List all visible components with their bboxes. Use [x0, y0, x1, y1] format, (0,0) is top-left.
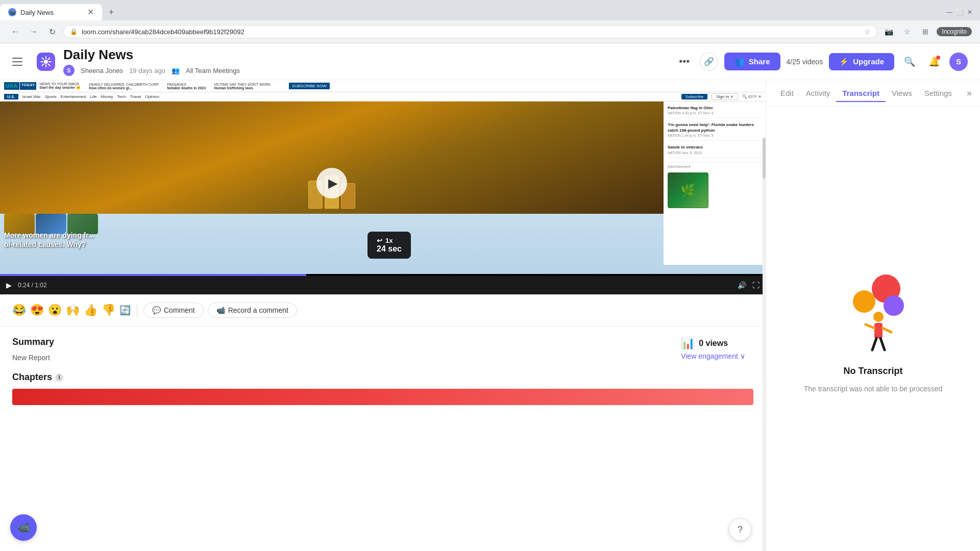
minimize-button[interactable]: — [945, 8, 953, 16]
tab-title: Daily News [20, 9, 54, 16]
tab-settings[interactable]: Settings [918, 85, 958, 102]
screenshot-icon[interactable]: 📷 [881, 24, 896, 39]
view-engagement-button[interactable]: View engagement ∨ [681, 352, 745, 360]
svg-rect-13 [874, 323, 883, 338]
svg-point-11 [884, 295, 904, 316]
record-comment-button[interactable]: 📹 Record a comment [208, 303, 297, 318]
video-player-wrapper: USA TODAY NEWS TO YOUR INBOXStart the da… [0, 80, 766, 294]
tab-edit[interactable]: Edit [774, 85, 800, 102]
panel-tabs: Edit Activity Transcript Views Settings … [766, 80, 980, 107]
tab-menu-icon[interactable]: ⊞ [918, 24, 933, 39]
app-container: Daily News S Sheena Jones 19 days ago 👥 … [0, 43, 980, 551]
reaction-laugh[interactable]: 😂 [12, 304, 26, 317]
star-icon[interactable]: ☆ [900, 24, 914, 39]
maximize-button[interactable]: ⬜ [955, 8, 964, 16]
summary-section: Summary New Report [0, 327, 681, 372]
chapters-info-icon[interactable]: ℹ [55, 373, 63, 382]
reaction-custom[interactable]: 🔄 [119, 305, 131, 316]
url-text: loom.com/share/49cab284dceb409abbeef9b19… [82, 28, 860, 36]
comment-button[interactable]: 💬 Comment [143, 303, 204, 318]
scrollbar-thumb[interactable] [763, 138, 766, 179]
new-tab-button[interactable]: + [104, 5, 118, 19]
news-nav-bar: U.S. Israel War Sports Entertainment Lif… [0, 92, 766, 102]
search-button[interactable]: 🔍 [900, 53, 919, 71]
volume-button[interactable]: 🔊 [738, 281, 746, 289]
side-news-3: Salute to veterans NATION Nov. 6, 2023 [668, 145, 762, 158]
header-actions: ••• 🔗 👥 Share 4/25 videos ⚡ Upgrade 🔍 🔔 … [675, 53, 968, 71]
more-options-button[interactable]: ••• [675, 53, 694, 71]
loom-camera-button[interactable]: 📹 [10, 514, 37, 541]
upgrade-button[interactable]: ⚡ Upgrade [829, 53, 894, 70]
share-button[interactable]: 👥 Share [724, 53, 780, 70]
author-avatar: S [63, 65, 75, 76]
reaction-love[interactable]: 😍 [30, 304, 44, 317]
active-tab[interactable]: 🎬 Daily News ✕ [0, 4, 102, 20]
summary-views-row: Summary New Report 📊 0 views View engage… [0, 327, 766, 372]
address-bar: ← → ↻ 🔒 loom.com/share/49cab284dceb409ab… [0, 20, 980, 43]
fullscreen-button[interactable]: ⛶ [752, 281, 760, 289]
speed-value: 1x [385, 237, 393, 244]
tab-favicon: 🎬 [8, 8, 16, 16]
panel-content: No Transcript The transcript was not abl… [766, 107, 980, 551]
team-icon: 👥 [172, 67, 180, 74]
summary-text: New Report [12, 354, 669, 362]
browser-chrome: 🎬 Daily News ✕ + — ⬜ ✕ ← → ↻ 🔒 loom.com/… [0, 0, 980, 43]
forward-button[interactable]: → [27, 24, 41, 39]
svg-line-14 [866, 324, 874, 328]
reaction-thumbsup[interactable]: 👍 [84, 304, 97, 317]
tab-close-button[interactable]: ✕ [87, 8, 94, 16]
play-icon: ▶ [328, 176, 337, 190]
refresh-button[interactable]: ↻ [45, 24, 59, 39]
video-player[interactable]: USA TODAY NEWS TO YOUR INBOXStart the da… [0, 80, 766, 274]
time-ago: 19 days ago [129, 67, 165, 74]
play-button[interactable]: ▶ [316, 168, 347, 198]
upgrade-icon: ⚡ [839, 57, 849, 66]
scrollbar-track [763, 138, 766, 551]
side-news-1: Palestinian flag in Ohio NATION 4:33 p.m… [668, 106, 762, 118]
app-header: Daily News S Sheena Jones 19 days ago 👥 … [0, 43, 980, 80]
main-content: USA TODAY NEWS TO YOUR INBOXStart the da… [0, 80, 980, 551]
reaction-clap[interactable]: 🙌 [66, 304, 80, 317]
loom-logo [37, 53, 55, 71]
no-transcript-title: No Transcript [843, 366, 902, 377]
tab-transcript[interactable]: Transcript [836, 85, 886, 102]
svg-line-15 [883, 328, 891, 332]
chevron-down-icon: ∨ [740, 352, 745, 360]
team-name: All Team Meetings [186, 67, 240, 74]
reactions-bar: 😂 😍 😮 🙌 👍 👎 🔄 💬 Comment 📹 Record a comme… [0, 294, 766, 327]
speed-icon: ↩ [377, 237, 382, 244]
reaction-wow[interactable]: 😮 [48, 304, 62, 317]
illustration-svg [838, 266, 909, 358]
tab-bar: 🎬 Daily News ✕ + — ⬜ ✕ [0, 0, 980, 20]
side-news-2: 'I'm gonna need help': Florida snake hun… [668, 122, 762, 141]
svg-line-16 [872, 338, 876, 350]
title-meta-group: Daily News S Sheena Jones 19 days ago 👥 … [63, 47, 240, 76]
notifications-button[interactable]: 🔔 [925, 53, 943, 71]
svg-line-7 [48, 58, 50, 59]
expand-panel-button[interactable]: » [967, 88, 972, 98]
page-title: Daily News [63, 47, 240, 63]
svg-point-10 [853, 290, 875, 313]
speed-overlay: ↩ 1x 24 sec [368, 232, 411, 259]
video-section: USA TODAY NEWS TO YOUR INBOXStart the da… [0, 80, 766, 551]
user-avatar[interactable]: S [949, 53, 968, 71]
play-pause-button[interactable]: ▶ [6, 281, 12, 289]
headline-meta: NATION 4:41 p.m. ET Nov. 8 [4, 250, 659, 255]
close-window-button[interactable]: ✕ [966, 8, 974, 16]
usa-today-header: USA TODAY NEWS TO YOUR INBOXStart the da… [0, 80, 766, 92]
reaction-thumbsdown[interactable]: 👎 [102, 304, 115, 317]
video-time: 0:24 / 1:02 [18, 282, 47, 289]
record-icon: 📹 [216, 306, 225, 314]
help-button[interactable]: ? [729, 518, 751, 541]
back-button[interactable]: ← [8, 24, 22, 39]
tab-activity[interactable]: Activity [800, 85, 837, 102]
video-controls-bar: ▶ 0:24 / 1:02 🔊 ⛶ [0, 276, 766, 294]
url-bar[interactable]: 🔒 loom.com/share/49cab284dceb409abbeef9b… [63, 25, 877, 38]
tab-views[interactable]: Views [886, 85, 918, 102]
svg-line-8 [42, 64, 44, 65]
headline-text: More women are dying fr...ol-related cau… [4, 231, 659, 249]
menu-button[interactable] [12, 54, 29, 70]
right-panel: Edit Activity Transcript Views Settings … [766, 80, 980, 551]
security-icon: 🔒 [70, 28, 78, 35]
link-button[interactable]: 🔗 [700, 53, 718, 71]
